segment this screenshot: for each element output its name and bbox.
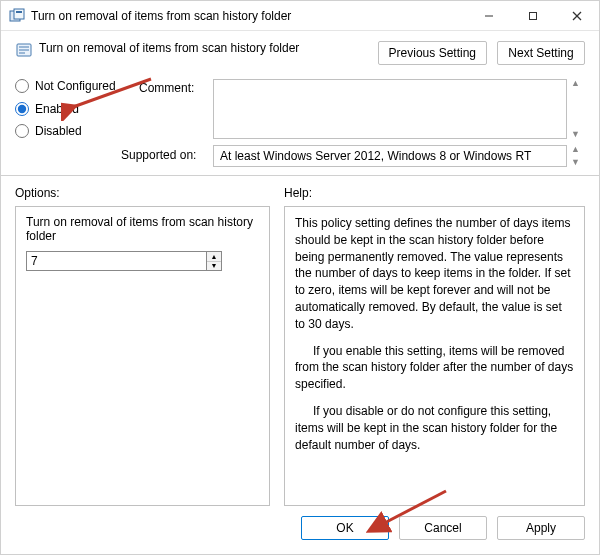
next-setting-button[interactable]: Next Setting — [497, 41, 585, 65]
comment-scrollbar[interactable]: ▲▼ — [571, 79, 585, 139]
options-label: Options: — [15, 186, 270, 200]
settings-body: Options: Turn on removal of items from s… — [1, 176, 599, 506]
radio-not-configured-label[interactable]: Not Configured — [35, 79, 116, 93]
help-paragraph-2: If you enable this setting, items will b… — [295, 343, 574, 393]
days-spinner-down[interactable]: ▼ — [207, 262, 221, 271]
ok-button[interactable]: OK — [301, 516, 389, 540]
radio-disabled[interactable] — [15, 124, 29, 138]
policy-icon — [9, 8, 25, 24]
days-spinner: ▲ ▼ — [206, 251, 222, 271]
help-panel: This policy setting defines the number o… — [284, 206, 585, 506]
options-panel: Turn on removal of items from scan histo… — [15, 206, 270, 506]
svg-rect-4 — [530, 12, 537, 19]
svg-line-6 — [573, 12, 581, 20]
options-column: Options: Turn on removal of items from s… — [15, 186, 270, 506]
cancel-button[interactable]: Cancel — [399, 516, 487, 540]
svg-rect-2 — [16, 11, 22, 13]
days-stepper: ▲ ▼ — [26, 251, 259, 271]
help-paragraph-3: If you disable or do not configure this … — [295, 403, 574, 453]
supported-on-label: Supported on: — [121, 145, 209, 162]
policy-item-icon — [15, 42, 33, 60]
apply-button[interactable]: Apply — [497, 516, 585, 540]
radio-enabled-label[interactable]: Enabled — [35, 102, 79, 116]
comment-label: Comment: — [139, 79, 209, 95]
previous-setting-button[interactable]: Previous Setting — [378, 41, 487, 65]
window-title: Turn on removal of items from scan histo… — [31, 9, 467, 23]
minimize-button[interactable] — [467, 1, 511, 30]
comment-textarea[interactable] — [213, 79, 567, 139]
policy-title: Turn on removal of items from scan histo… — [39, 41, 299, 57]
close-button[interactable] — [555, 1, 599, 30]
maximize-button[interactable] — [511, 1, 555, 30]
days-spinner-up[interactable]: ▲ — [207, 252, 221, 262]
svg-rect-1 — [14, 9, 24, 19]
options-field-title: Turn on removal of items from scan histo… — [26, 215, 259, 243]
radio-enabled[interactable] — [15, 102, 29, 116]
title-bar: Turn on removal of items from scan histo… — [1, 1, 599, 31]
radio-not-configured[interactable] — [15, 79, 29, 93]
help-label: Help: — [284, 186, 585, 200]
days-input[interactable] — [26, 251, 206, 271]
svg-line-5 — [573, 12, 581, 20]
supported-scrollbar[interactable]: ▲▼ — [571, 145, 585, 167]
dialog-buttons: OK Cancel Apply — [1, 506, 599, 554]
radio-disabled-label[interactable]: Disabled — [35, 124, 82, 138]
supported-on-value: At least Windows Server 2012, Windows 8 … — [213, 145, 567, 167]
help-column: Help: This policy setting defines the nu… — [284, 186, 585, 506]
settings-header: Turn on removal of items from scan histo… — [1, 31, 599, 176]
window-buttons — [467, 1, 599, 30]
help-paragraph-1: This policy setting defines the number o… — [295, 215, 574, 333]
